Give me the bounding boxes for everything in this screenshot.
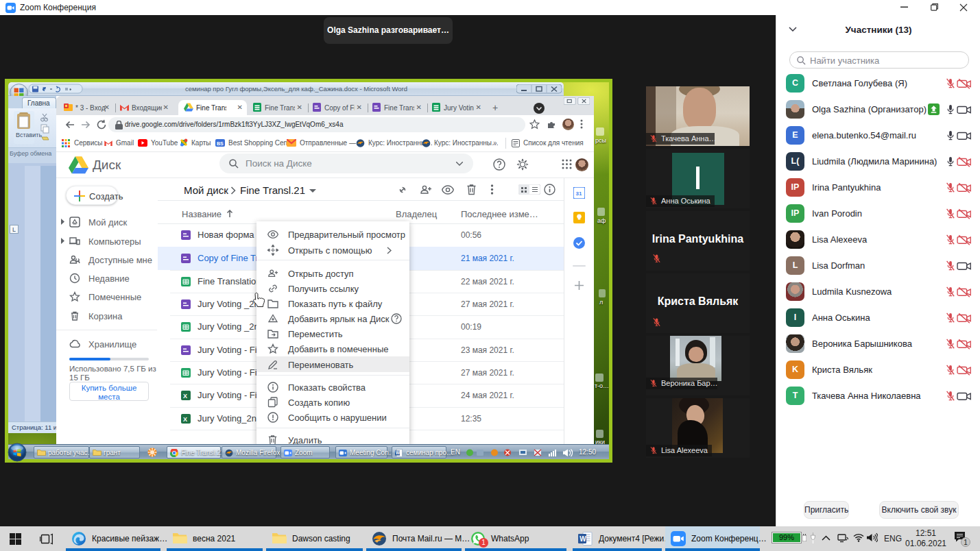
svg-text:BS: BS <box>217 141 224 146</box>
svg-text:X: X <box>183 416 187 423</box>
svg-text:X: X <box>183 393 187 400</box>
svg-text:Вставить: Вставить <box>16 132 42 138</box>
svg-text:W: W <box>579 535 586 543</box>
svg-text:31: 31 <box>576 191 582 197</box>
svg-text:W: W <box>396 450 401 455</box>
